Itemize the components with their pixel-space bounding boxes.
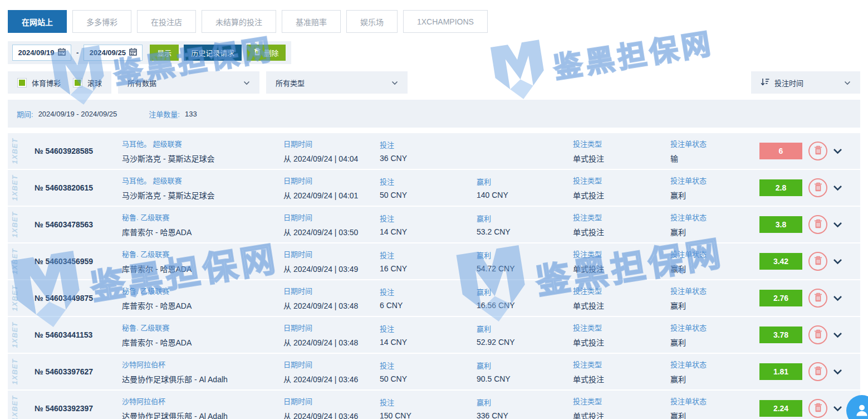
tab-in-shop[interactable]: 在投注店 [137,10,196,33]
chevron-down-icon [391,79,398,87]
bet-type-column-label: 投注类型 [573,212,670,222]
match-name: 马沙斯洛克 - 莫斯达足球会 [122,153,283,164]
expand-row-chevron-down-icon[interactable] [833,259,842,265]
expand-row-chevron-down-icon[interactable] [833,332,842,338]
tab-1xchampions[interactable]: 1XCHAMPIONS [403,10,488,33]
league-link[interactable]: 沙特阿拉伯杯 [122,396,283,406]
bet-datetime: 从 2024/09/24 | 04:04 [283,153,380,164]
delete-bet-button[interactable] [808,178,827,197]
sport-betting-checkbox[interactable]: 体育博彩 [17,77,61,88]
delete-bet-button[interactable] [808,325,827,344]
delete-bet-button[interactable] [808,362,827,381]
league-link[interactable]: 秘鲁. 乙级联赛 [122,212,283,222]
calendar-icon [129,48,137,57]
bet-row: 1XBET № 54603449875 秘鲁. 乙级联赛 库普索尔 - 哈恩AD… [8,280,860,316]
tab-toto[interactable]: 多多博彩 [72,10,131,33]
bet-type: 单式投注 [573,153,670,164]
bet-column-label: 投注 [380,213,477,223]
delete-bet-button[interactable] [808,215,827,234]
bet-amount: 16 CNY [380,264,477,273]
history-request-button[interactable]: 历史记录请求 [184,45,242,61]
win-column-label: 赢利 [477,286,573,297]
delete-bet-button[interactable] [808,252,827,271]
all-data-dropdown[interactable]: 所有数据 [118,71,259,94]
brand-side-label: 1XBET [11,322,19,348]
win-column-label: 赢利 [477,176,573,187]
tab-casino[interactable]: 娱乐场 [346,10,398,33]
expand-row-chevron-down-icon[interactable] [833,295,842,301]
match-name: 达曼协作足球俱乐部 - Al Adalh [122,373,283,384]
bet-id: № 54603392397 [8,404,122,413]
date-from-input[interactable]: 2024/09/19 [12,45,71,61]
match-name: 库普索尔 - 哈恩ADA [122,300,283,311]
expand-row-chevron-down-icon[interactable] [833,185,842,191]
summary-bar: 期间: 2024/09/19 - 2024/09/25 注单数量: 133 [8,100,860,128]
coefficient-badge: 3.42 [759,253,802,270]
bet-type-column-label: 投注类型 [573,175,670,186]
coefficient-badge: 2.8 [759,179,802,196]
chevron-down-icon [844,79,851,87]
league-link[interactable]: 沙特阿拉伯杯 [122,359,283,369]
coefficient-badge: 6 [759,143,802,159]
bet-type: 单式投注 [573,300,670,311]
bet-status: 赢利 [670,226,759,237]
win-cell: 赢利 53.2 CNY [477,213,573,236]
league-link[interactable]: 秘鲁. 乙级联赛 [122,249,283,259]
win-column-label: 赢利 [477,250,573,260]
expand-row-chevron-down-icon[interactable] [833,369,842,375]
bet-status: 输 [670,153,759,164]
win-cell: 赢利 52.92 CNY [477,323,573,347]
trash-icon [254,48,261,57]
league-link[interactable]: 马耳他。 超级联赛 [122,175,283,186]
match-name: 达曼协作足球俱乐部 - Al Adalh [122,410,283,419]
delete-bet-button[interactable] [808,289,827,308]
sort-dropdown[interactable]: 投注时间 [751,71,860,94]
delete-bet-button[interactable] [808,399,827,418]
bet-amount: 6 CNY [380,301,477,310]
bet-history-page: 在网站上 多多博彩 在投注店 未结算的投注 基准赔率 娱乐场 1XCHAMPIO… [0,0,868,419]
bet-list: 1XBET № 54603928585 马耳他。 超级联赛 马沙斯洛克 - 莫斯… [8,133,860,419]
delete-button[interactable]: 删除 [247,45,286,61]
all-data-dropdown-value: 所有数据 [127,77,156,88]
show-button[interactable]: 显示 [150,45,179,61]
trash-icon [814,403,822,414]
period-label: 期间: [17,109,33,119]
expand-row-chevron-down-icon[interactable] [833,148,842,154]
trash-icon [814,219,822,230]
bet-amount: 14 CNY [380,227,477,236]
bet-amount: 14 CNY [380,338,477,347]
status-column-label: 投注单状态 [670,175,759,186]
bet-datetime: 从 2024/09/24 | 04:01 [283,189,380,201]
bet-row: 1XBET № 54603820615 马耳他。 超级联赛 马沙斯洛克 - 莫斯… [8,170,860,206]
period-value: 2024/09/19 - 2024/09/25 [38,110,117,118]
win-cell: 赢利 16.56 CNY [477,286,573,310]
status-column-label: 投注单状态 [670,138,759,149]
coefficient-badge: 2.24 [759,400,802,417]
all-types-dropdown[interactable]: 所有类型 [266,71,408,94]
all-types-dropdown-value: 所有类型 [276,77,305,88]
bet-id: № 54603449875 [8,294,122,303]
bet-status: 赢利 [670,410,759,419]
league-link[interactable]: 马耳他。 超级联赛 [122,138,283,149]
expand-row-chevron-down-icon[interactable] [833,222,842,228]
tab-on-site[interactable]: 在网站上 [8,10,67,33]
date-filter-panel: 2024/09/19 - 2024/09/25 显示 历史记录请求 删除 [8,41,291,64]
live-betting-checkbox[interactable]: 滚球 [73,77,102,88]
win-cell: 赢利 90.5 CNY [477,360,573,383]
league-link[interactable]: 秘鲁. 乙级联赛 [122,285,283,296]
trash-icon [814,329,822,340]
league-link[interactable]: 秘鲁. 乙级联赛 [122,322,283,333]
delete-bet-button[interactable] [808,142,827,160]
win-column-label: 赢利 [477,323,573,334]
date-to-input[interactable]: 2024/09/25 [84,45,143,61]
win-amount: 140 CNY [477,191,573,199]
tab-unsettled[interactable]: 未结算的投注 [202,10,276,33]
expand-row-chevron-down-icon[interactable] [833,406,842,412]
win-column-label: 赢利 [477,397,573,407]
tab-benchmark-odds[interactable]: 基准赔率 [282,10,341,33]
bet-row: 1XBET № 54603392397 沙特阿拉伯杯 达曼协作足球俱乐部 - A… [8,391,860,419]
coefficient-badge: 1.81 [759,363,802,380]
bet-type-column-label: 投注类型 [573,138,670,149]
bet-column-label: 投注 [380,360,477,371]
bet-amount: 50 CNY [380,191,477,199]
